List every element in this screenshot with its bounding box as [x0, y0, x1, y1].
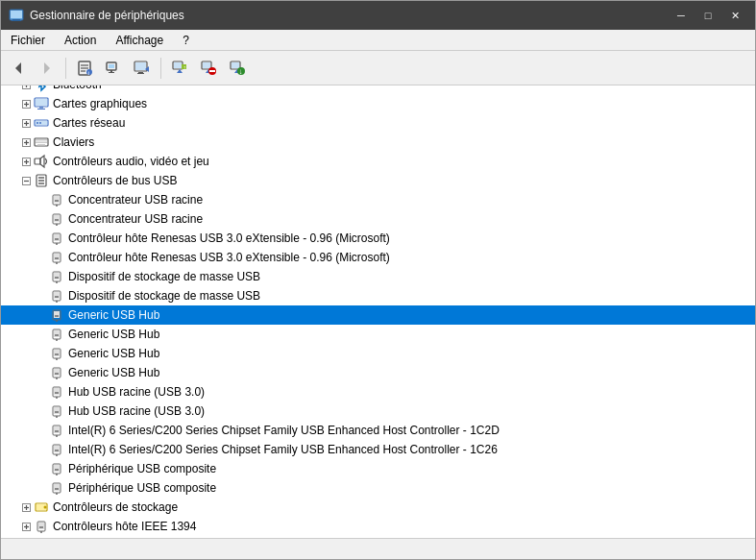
svg-rect-101: [55, 277, 59, 279]
svg-rect-22: [174, 62, 182, 68]
svg-rect-105: [55, 296, 59, 298]
tree-item-usb-c1[interactable]: Concentrateur USB racine: [1, 190, 755, 209]
item-label-network: Cartes réseau: [53, 116, 125, 130]
expander-storage[interactable]: [18, 499, 34, 515]
svg-rect-2: [12, 19, 20, 20]
tree-item-usb-renesas1[interactable]: Contrôleur hôte Renesas USB 3.0 eXtensib…: [1, 229, 755, 248]
item-icon-ieee: [34, 519, 49, 534]
main-window: Gestionnaire de périphériques ─ □ ✕ Fich…: [0, 0, 756, 560]
item-icon-keyboard: [34, 134, 49, 150]
maximize-button[interactable]: □: [695, 6, 720, 25]
menu-affichage[interactable]: Affichage: [106, 32, 173, 49]
item-label-usb-ctrl: Contrôleurs de bus USB: [53, 174, 177, 187]
item-icon-usb-hub4: [49, 365, 64, 380]
properties-button[interactable]: i: [71, 55, 98, 82]
forward-button[interactable]: [34, 55, 61, 82]
tree-item-ieee[interactable]: Contrôleurs hôte IEEE 1394: [1, 517, 755, 536]
item-icon-usb-hub2: [49, 327, 64, 342]
computer-button[interactable]: [129, 55, 156, 82]
item-label-usb-storage1: Dispositif de stockage de masse USB: [68, 270, 260, 283]
expander-ieee[interactable]: [18, 519, 34, 534]
tree-item-usb-hub4[interactable]: Generic USB Hub: [1, 363, 755, 382]
tree-item-usb-renesas2[interactable]: Contrôleur hôte Renesas USB 3.0 eXtensib…: [1, 248, 755, 267]
item-icon-graphics: [34, 96, 49, 111]
svg-rect-82: [38, 183, 44, 184]
item-icon-usb-composite1: [49, 461, 64, 476]
svg-rect-57: [37, 109, 45, 110]
item-label-usb-renesas2: Contrôleur hôte Renesas USB 3.0 eXtensib…: [68, 251, 390, 264]
expander-usb-ctrl[interactable]: [18, 173, 34, 188]
close-button[interactable]: ✕: [722, 6, 747, 25]
tree-item-usb-hub-racine2[interactable]: Hub USB racine (USB 3.0): [1, 402, 755, 421]
back-button[interactable]: [5, 55, 32, 82]
tree-item-usb-c2[interactable]: Concentrateur USB racine: [1, 209, 755, 229]
svg-rect-70: [36, 142, 47, 144]
tree-item-usb-storage2[interactable]: Dispositif de stockage de masse USB: [1, 286, 755, 305]
update-button[interactable]: ↑: [166, 55, 193, 82]
item-label-audio: Contrôleurs audio, vidéo et jeu: [53, 155, 209, 168]
item-icon-usb-hub3: [49, 346, 64, 361]
svg-rect-141: [55, 469, 59, 471]
item-label-usb-hub-racine1: Hub USB racine (USB 3.0): [68, 385, 205, 399]
item-icon-usb-composite2: [49, 480, 64, 496]
tree-item-network[interactable]: Cartes réseau: [1, 113, 755, 133]
menu-fichier[interactable]: Fichier: [1, 32, 55, 49]
tree-item-storage[interactable]: Contrôleurs de stockage: [1, 498, 755, 517]
tree-item-usb-hub-racine1[interactable]: Hub USB racine (USB 3.0): [1, 382, 755, 402]
tree-item-usb-ctrl[interactable]: Contrôleurs de bus USB: [1, 171, 755, 190]
item-icon-usb-renesas2: [49, 250, 64, 265]
toolbar-sep-1: [65, 58, 66, 79]
disable-button[interactable]: [195, 55, 222, 82]
item-label-usb-c1: Concentrateur USB racine: [68, 193, 203, 207]
svg-marker-4: [15, 62, 21, 74]
item-label-usb-hub3: Generic USB Hub: [68, 347, 159, 360]
svg-rect-15: [109, 72, 114, 73]
item-label-ieee: Contrôleurs hôte IEEE 1394: [53, 520, 196, 533]
tree-item-usb-hub3[interactable]: Generic USB Hub: [1, 344, 755, 363]
scan-button[interactable]: [100, 55, 127, 82]
tree-item-usb-storage1[interactable]: Dispositif de stockage de masse USB: [1, 267, 755, 286]
item-icon-usb-intel1: [49, 423, 64, 438]
menu-help[interactable]: ?: [173, 32, 199, 49]
menu-action[interactable]: Action: [55, 32, 106, 49]
item-label-usb-renesas1: Contrôleur hôte Renesas USB 3.0 eXtensib…: [68, 231, 390, 245]
svg-rect-13: [109, 64, 114, 68]
item-icon-usb-storage1: [49, 269, 64, 284]
svg-rect-18: [138, 72, 143, 73]
item-icon-usb-hub1: [49, 307, 64, 323]
minimize-button[interactable]: ─: [669, 6, 694, 25]
item-label-usb-composite2: Périphérique USB composite: [68, 481, 216, 495]
item-label-usb-intel2: Intel(R) 6 Series/C200 Series Chipset Fa…: [68, 443, 498, 456]
tree-item-usb-hub1[interactable]: Generic USB Hub: [1, 305, 755, 325]
tree-item-graphics[interactable]: Cartes graphiques: [1, 94, 755, 113]
svg-point-64: [39, 122, 41, 124]
uninstall-button[interactable]: ↓: [224, 55, 251, 82]
tree-item-usb-intel2[interactable]: Intel(R) 6 Series/C200 Series Chipset Fa…: [1, 440, 755, 459]
svg-text:↓: ↓: [239, 67, 243, 76]
item-label-storage: Contrôleurs de stockage: [53, 500, 178, 514]
toolbar: i: [1, 51, 755, 85]
expander-graphics[interactable]: [18, 96, 34, 111]
tree-item-bluetooth[interactable]: Bluetooth: [1, 85, 755, 94]
item-label-usb-intel1: Intel(R) 6 Series/C200 Series Chipset Fa…: [68, 424, 500, 437]
device-tree[interactable]: Jeux-PCAppareils mobilesBluetoothCartes …: [1, 85, 755, 538]
window-title: Gestionnaire de périphériques: [30, 9, 184, 22]
item-label-usb-hub-racine2: Hub USB racine (USB 3.0): [68, 404, 205, 418]
expander-audio[interactable]: [18, 154, 34, 169]
svg-point-152: [44, 506, 47, 509]
svg-rect-125: [55, 392, 59, 394]
tree-item-usb-composite1[interactable]: Périphérique USB composite: [1, 459, 755, 478]
svg-marker-5: [44, 62, 50, 74]
tree-item-usb-hub2[interactable]: Generic USB Hub: [1, 325, 755, 344]
tree-item-keyboard[interactable]: Claviers: [1, 133, 755, 152]
expander-network[interactable]: [18, 115, 34, 131]
expander-keyboard[interactable]: [18, 134, 34, 150]
window-icon: [9, 8, 24, 23]
item-label-usb-hub1: Generic USB Hub: [68, 308, 159, 322]
tree-item-audio[interactable]: Contrôleurs audio, vidéo et jeu: [1, 152, 755, 171]
svg-rect-97: [55, 257, 59, 259]
item-icon-usb-storage2: [49, 288, 64, 304]
expander-bluetooth[interactable]: [18, 85, 34, 92]
tree-item-usb-composite2[interactable]: Périphérique USB composite: [1, 478, 755, 498]
tree-item-usb-intel1[interactable]: Intel(R) 6 Series/C200 Series Chipset Fa…: [1, 421, 755, 440]
